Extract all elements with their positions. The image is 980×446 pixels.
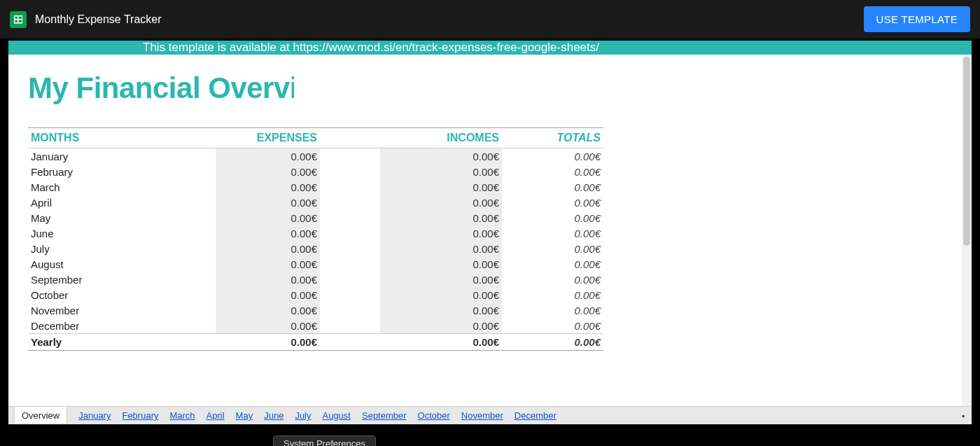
- table-row[interactable]: January0.00€0.00€0.00€: [28, 148, 603, 165]
- cell-totals[interactable]: 0.00€: [502, 179, 603, 195]
- cell-incomes[interactable]: 0.00€: [320, 210, 502, 225]
- cell-expenses[interactable]: 0.00€: [164, 210, 320, 225]
- tab-september[interactable]: September: [362, 410, 407, 421]
- tab-november[interactable]: November: [461, 410, 503, 421]
- table-row[interactable]: September0.00€0.00€0.00€: [28, 272, 603, 287]
- top-bar: Monthly Expense Tracker USE TEMPLATE: [0, 0, 980, 39]
- scrollbar-thumb[interactable]: [963, 57, 970, 246]
- tab-may[interactable]: May: [236, 410, 253, 421]
- cell-totals[interactable]: 0.00€: [502, 195, 603, 210]
- table-row[interactable]: April0.00€0.00€0.00€: [28, 195, 603, 210]
- cell-incomes[interactable]: 0.00€: [320, 287, 502, 302]
- cell-expenses[interactable]: 0.00€: [164, 241, 320, 256]
- table-header-row: MONTHS EXPENSES INCOMES TOTALS: [28, 128, 603, 148]
- tab-february[interactable]: February: [122, 410, 158, 421]
- cell-incomes[interactable]: 0.00€: [320, 256, 502, 272]
- table-row[interactable]: March0.00€0.00€0.00€: [28, 179, 603, 195]
- tabs-overflow-icon[interactable]: ▪: [962, 411, 965, 421]
- table-row[interactable]: July0.00€0.00€0.00€: [28, 241, 603, 256]
- cell-totals[interactable]: 0.00€: [502, 256, 603, 272]
- cell-expenses[interactable]: 0.00€: [164, 179, 320, 195]
- cell-expenses[interactable]: 0.00€: [164, 225, 320, 241]
- tab-march[interactable]: March: [169, 410, 195, 421]
- cell-yearly-expenses[interactable]: 0.00€: [164, 334, 320, 351]
- col-header-months: MONTHS: [28, 128, 164, 148]
- col-header-totals: TOTALS: [502, 128, 603, 148]
- cell-totals[interactable]: 0.00€: [502, 241, 603, 256]
- cell-incomes[interactable]: 0.00€: [320, 302, 502, 318]
- cell-expenses[interactable]: 0.00€: [164, 287, 320, 302]
- table-row-yearly[interactable]: Yearly 0.00€ 0.00€ 0.00€: [28, 334, 603, 351]
- cell-totals[interactable]: 0.00€: [502, 287, 603, 302]
- top-bar-left: Monthly Expense Tracker: [10, 11, 162, 28]
- cell-expenses[interactable]: 0.00€: [164, 318, 320, 334]
- table-row[interactable]: December0.00€0.00€0.00€: [28, 318, 603, 334]
- cell-yearly-label[interactable]: Yearly: [28, 334, 164, 351]
- cell-yearly-incomes[interactable]: 0.00€: [320, 334, 502, 351]
- cell-expenses[interactable]: 0.00€: [164, 148, 320, 165]
- cell-month[interactable]: May: [28, 210, 164, 225]
- cell-totals[interactable]: 0.00€: [502, 225, 603, 241]
- cell-incomes[interactable]: 0.00€: [320, 195, 502, 210]
- cell-incomes[interactable]: 0.00€: [320, 318, 502, 334]
- tab-january[interactable]: January: [78, 410, 111, 421]
- tab-august[interactable]: August: [323, 410, 351, 421]
- cell-month[interactable]: April: [28, 195, 164, 210]
- cell-yearly-totals[interactable]: 0.00€: [502, 334, 603, 351]
- cell-expenses[interactable]: 0.00€: [164, 256, 320, 272]
- cell-month[interactable]: January: [28, 148, 164, 165]
- tab-december[interactable]: December: [514, 410, 556, 421]
- tab-april[interactable]: April: [206, 410, 225, 421]
- cell-totals[interactable]: 0.00€: [502, 272, 603, 287]
- cell-month[interactable]: March: [28, 179, 164, 195]
- system-preferences-popup[interactable]: System Preferences: [273, 435, 376, 446]
- tab-october[interactable]: October: [418, 410, 450, 421]
- document-title: Monthly Expense Tracker: [35, 13, 162, 26]
- cell-month[interactable]: June: [28, 225, 164, 241]
- cell-totals[interactable]: 0.00€: [502, 164, 603, 179]
- info-banner-text: This template is available at https://ww…: [143, 41, 599, 55]
- cell-month[interactable]: July: [28, 241, 164, 256]
- sheet-body: My Financial Overview MONTHS EXPENSES IN…: [8, 55, 972, 406]
- cell-expenses[interactable]: 0.00€: [164, 272, 320, 287]
- vertical-scrollbar[interactable]: [962, 55, 972, 406]
- sheets-icon: [10, 11, 27, 28]
- cell-incomes[interactable]: 0.00€: [320, 164, 502, 179]
- info-banner: This template is available at https://ww…: [8, 41, 972, 55]
- cell-totals[interactable]: 0.00€: [502, 318, 603, 334]
- use-template-button[interactable]: USE TEMPLATE: [864, 6, 970, 32]
- table-row[interactable]: February0.00€0.00€0.00€: [28, 164, 603, 179]
- tab-overview[interactable]: Overview: [14, 406, 67, 424]
- cell-totals[interactable]: 0.00€: [502, 302, 603, 318]
- cell-month[interactable]: September: [28, 272, 164, 287]
- cell-incomes[interactable]: 0.00€: [320, 241, 502, 256]
- cell-incomes[interactable]: 0.00€: [320, 225, 502, 241]
- table-row[interactable]: November0.00€0.00€0.00€: [28, 302, 603, 318]
- spreadsheet-frame: This template is available at https://ww…: [8, 41, 972, 424]
- cell-month[interactable]: February: [28, 164, 164, 179]
- page-title: My Financial Overview: [28, 71, 294, 105]
- cell-month[interactable]: December: [28, 318, 164, 334]
- cell-month[interactable]: August: [28, 256, 164, 272]
- col-header-expenses: EXPENSES: [164, 128, 320, 148]
- cell-expenses[interactable]: 0.00€: [164, 302, 320, 318]
- cell-month[interactable]: October: [28, 287, 164, 302]
- table-row[interactable]: August0.00€0.00€0.00€: [28, 256, 603, 272]
- cell-month[interactable]: November: [28, 302, 164, 318]
- cell-totals[interactable]: 0.00€: [502, 148, 603, 165]
- cell-expenses[interactable]: 0.00€: [164, 164, 320, 179]
- sheet-tab-strip: Overview January February March April Ma…: [8, 406, 972, 424]
- cell-incomes[interactable]: 0.00€: [320, 272, 502, 287]
- cell-incomes[interactable]: 0.00€: [320, 179, 502, 195]
- col-header-incomes: INCOMES: [320, 128, 502, 148]
- financial-table: MONTHS EXPENSES INCOMES TOTALS January0.…: [28, 127, 603, 351]
- cell-totals[interactable]: 0.00€: [502, 210, 603, 225]
- table-body: January0.00€0.00€0.00€ February0.00€0.00…: [28, 148, 603, 351]
- tab-july[interactable]: July: [295, 410, 311, 421]
- cell-incomes[interactable]: 0.00€: [320, 148, 502, 165]
- table-row[interactable]: June0.00€0.00€0.00€: [28, 225, 603, 241]
- table-row[interactable]: May0.00€0.00€0.00€: [28, 210, 603, 225]
- tab-june[interactable]: June: [264, 410, 284, 421]
- cell-expenses[interactable]: 0.00€: [164, 195, 320, 210]
- table-row[interactable]: October0.00€0.00€0.00€: [28, 287, 603, 302]
